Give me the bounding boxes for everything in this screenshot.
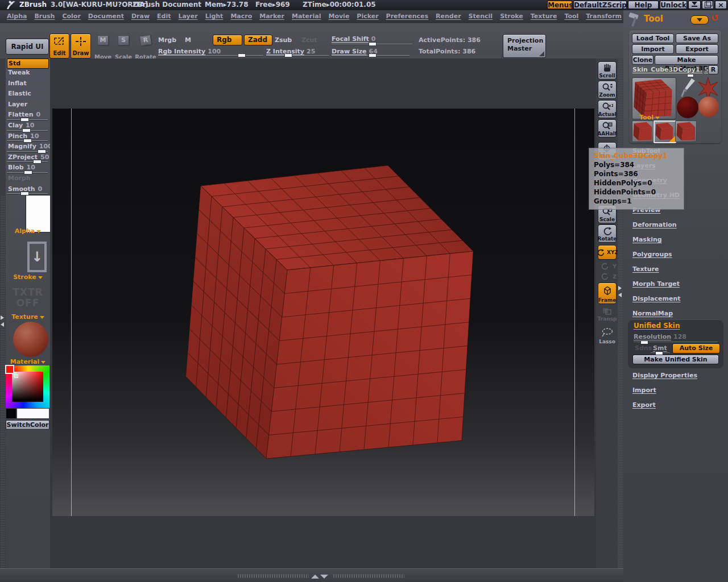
- resolution-slider[interactable]: Resolution128: [634, 333, 719, 340]
- menu-render[interactable]: Render: [436, 13, 461, 20]
- right-dock-strip[interactable]: [618, 59, 623, 568]
- menu-stencil[interactable]: Stencil: [469, 13, 493, 20]
- section-deformation[interactable]: Deformation: [632, 221, 677, 228]
- section-morph-target[interactable]: Morph Target: [632, 280, 680, 288]
- recent-tool-thumbnail[interactable]: [675, 120, 697, 142]
- recent-tool-thumbnail[interactable]: [632, 120, 653, 142]
- menu-marker[interactable]: Marker: [259, 13, 284, 20]
- brush-pinch[interactable]: Pinch10: [7, 132, 49, 143]
- draw-button[interactable]: Draw: [71, 34, 91, 59]
- restore-button[interactable]: [702, 1, 714, 9]
- brush-clay[interactable]: Clay10: [7, 122, 49, 132]
- brush-layer[interactable]: Layer: [7, 101, 49, 111]
- unlock-button[interactable]: Unlock: [660, 1, 687, 9]
- import-button[interactable]: Import: [632, 44, 674, 54]
- brush-slider-knob[interactable]: [22, 128, 31, 132]
- transp-shelf-button[interactable]: Transp: [598, 305, 617, 322]
- brush-slider-knob[interactable]: [33, 160, 42, 164]
- dark-sphere-tool-icon[interactable]: [677, 97, 698, 118]
- light-sphere-tool-icon[interactable]: [698, 97, 719, 117]
- unified-skin-header[interactable]: Unified Skin: [634, 322, 680, 330]
- menu-transform[interactable]: Transform: [586, 13, 622, 20]
- knife-tool-icon[interactable]: [679, 77, 697, 98]
- panel-collapse-button[interactable]: [690, 15, 709, 24]
- rotate-button[interactable]: R Rotate: [135, 34, 156, 62]
- projection-master-button[interactable]: Projection Master: [503, 34, 546, 58]
- z-intensity-knob[interactable]: [284, 53, 292, 57]
- default-zscript-button[interactable]: DefaultZScript: [573, 1, 627, 9]
- y-shelf-button[interactable]: Y: [598, 261, 617, 271]
- color-picker[interactable]: [6, 365, 49, 408]
- selected-tool-thumbnail[interactable]: [653, 120, 676, 143]
- help-button[interactable]: Help: [628, 1, 659, 9]
- document-canvas[interactable]: [50, 59, 596, 568]
- sdns-slider[interactable]: Sdns: [635, 344, 652, 352]
- stroke-swatch[interactable]: ↓: [27, 242, 47, 272]
- make-polymesh3d-button[interactable]: Make PolyMesh3D: [655, 55, 718, 65]
- color-picker-square[interactable]: [12, 372, 43, 402]
- xyz-shelf-button[interactable]: XYZ: [598, 245, 617, 260]
- section-import[interactable]: Import: [632, 386, 656, 394]
- auto-size-button[interactable]: Auto Size: [672, 343, 720, 354]
- texture-off-swatch[interactable]: TXTR OFF: [6, 287, 50, 309]
- r-button[interactable]: R: [708, 65, 718, 74]
- rgb-intensity-slider[interactable]: Rgb Intensity100: [158, 48, 221, 55]
- mrgb-toggle[interactable]: Mrgb: [158, 36, 176, 44]
- section-masking[interactable]: Masking: [632, 236, 662, 243]
- menu-movie[interactable]: Movie: [328, 13, 349, 20]
- brush-slider-knob[interactable]: [23, 139, 32, 143]
- zoom-shelf-button[interactable]: Zoom: [598, 81, 617, 99]
- brush-elastic[interactable]: Elastic: [7, 90, 49, 101]
- brush-flatten[interactable]: Flatten0: [7, 111, 49, 122]
- rotate-shelf-button[interactable]: Rotate: [598, 225, 617, 243]
- primary-color-swatch[interactable]: [16, 408, 49, 419]
- section-polygroups[interactable]: Polygroups: [632, 251, 672, 258]
- menus-button[interactable]: Menus: [547, 1, 572, 9]
- menu-tool[interactable]: Tool: [564, 13, 578, 20]
- menu-alpha[interactable]: Alpha: [7, 13, 27, 20]
- section-normalmap[interactable]: NormalMap: [632, 310, 673, 317]
- section-displacement[interactable]: Displacement: [632, 295, 681, 302]
- zcut-toggle[interactable]: Zcut: [301, 36, 317, 44]
- stroke-menu[interactable]: Stroke: [6, 273, 50, 281]
- cube-mesh[interactable]: [50, 59, 596, 568]
- brush-slider-knob[interactable]: [24, 171, 32, 174]
- brush-zproject[interactable]: ZProject50: [7, 153, 49, 164]
- minimize-button[interactable]: [688, 1, 701, 9]
- alpha-menu[interactable]: Alpha: [6, 227, 50, 235]
- zadd-toggle[interactable]: Zadd: [244, 35, 272, 45]
- edit-button[interactable]: Edit: [49, 34, 69, 59]
- export-button[interactable]: Export: [676, 44, 718, 54]
- brush-smooth[interactable]: Smooth0: [7, 185, 49, 196]
- make-unified-skin-button[interactable]: Make Unified Skin: [632, 355, 719, 364]
- section-display-properties[interactable]: Display Properties: [632, 372, 697, 379]
- material-swatch[interactable]: [13, 322, 48, 357]
- menu-color[interactable]: Color: [62, 13, 80, 20]
- bottom-divider-bar[interactable]: [0, 568, 623, 582]
- section-texture[interactable]: Texture: [632, 265, 659, 273]
- m-toggle[interactable]: M: [185, 36, 191, 44]
- current-tool-thumbnail[interactable]: [632, 77, 676, 119]
- menu-document[interactable]: Document: [88, 13, 124, 20]
- menu-edit[interactable]: Edit: [157, 13, 171, 20]
- menu-texture[interactable]: Texture: [531, 13, 557, 20]
- rgb-intensity-track[interactable]: [158, 55, 263, 56]
- move-button[interactable]: M Move: [93, 34, 113, 62]
- close-button[interactable]: ×: [715, 1, 727, 9]
- frame-shelf-button[interactable]: Frame: [598, 282, 617, 304]
- aahalf-shelf-button[interactable]: AAHalf: [598, 119, 617, 138]
- brush-std[interactable]: Std: [7, 59, 49, 69]
- rapid-ui-button[interactable]: Rapid UI: [6, 39, 49, 55]
- menu-macro[interactable]: Macro: [230, 13, 252, 20]
- left-dock-arrows[interactable]: [1, 315, 4, 327]
- current-tool-name[interactable]: Skin_Cube3DCopy1.50: [632, 66, 713, 73]
- scale-button[interactable]: S Scale: [114, 34, 133, 62]
- focal-shift-knob[interactable]: [369, 42, 377, 46]
- menu-layer[interactable]: Layer: [178, 13, 197, 20]
- expand-up-icon[interactable]: [311, 575, 319, 579]
- menu-brush[interactable]: Brush: [34, 13, 55, 20]
- lasso-shelf-button[interactable]: Lasso: [598, 326, 617, 345]
- save-as-button[interactable]: Save As: [676, 34, 718, 43]
- scroll-shelf-button[interactable]: Scroll: [598, 61, 617, 80]
- rgb-toggle[interactable]: Rgb: [213, 35, 242, 45]
